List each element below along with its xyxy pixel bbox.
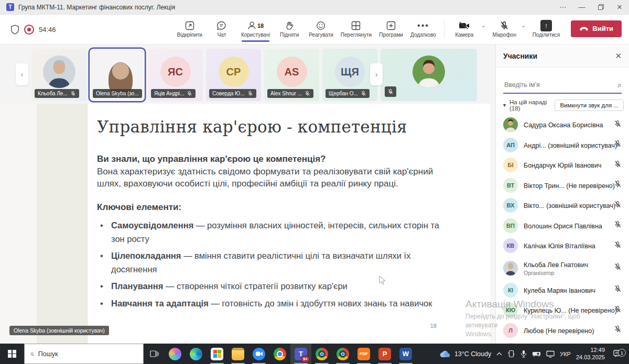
video-tile[interactable] [381, 49, 477, 101]
taskbar-app-word[interactable]: W [395, 344, 416, 364]
taskbar-search[interactable]: ⌕ Пошук [24, 344, 144, 364]
participant-row[interactable]: ЛЛюбов (Не перевірено) [496, 321, 629, 341]
tray-expand-icon[interactable] [496, 352, 502, 356]
participant-muted-icon[interactable] [614, 120, 622, 130]
window-close-icon[interactable]: ✕ [610, 0, 629, 14]
taskbar-app-chromeo[interactable]: O [332, 344, 353, 364]
taskbar-app-teams[interactable]: T9+ [290, 344, 311, 364]
video-tile[interactable]: ЯСЯців Андрі... [148, 49, 203, 101]
teams-logo-icon: T [6, 3, 14, 11]
mic-off-icon [614, 180, 622, 188]
tray-display-icon[interactable] [546, 350, 555, 358]
raise-hand-button[interactable]: Підняти [274, 17, 305, 42]
clock-date: 24.03.2025 [576, 354, 605, 361]
shield-icon [10, 25, 19, 35]
notification-center-icon[interactable]: 1 [610, 350, 625, 358]
unpin-button[interactable]: Відкріпити [173, 17, 206, 42]
raise-hand-icon [285, 20, 294, 31]
tile-name: Щербан О... [329, 91, 358, 96]
taskbar-clock[interactable]: 12:49 24.03.2025 [576, 347, 605, 361]
phone-link-icon[interactable] [507, 350, 515, 358]
participant-row[interactable]: КЮКурилець Ю... (Не перевірено) [496, 300, 629, 321]
video-tile[interactable]: Кльоба Ле... [31, 49, 86, 101]
participant-row[interactable]: ВТВіктор Трин... (Не перевірено) [496, 175, 629, 196]
group-collapse-icon[interactable]: ▼ [502, 103, 507, 108]
taskbar-app-chrome[interactable] [269, 344, 290, 364]
participants-button[interactable]: 18 Користувачі [237, 17, 274, 42]
taskbar-app-zoom[interactable] [248, 344, 269, 364]
participant-name: Кулеба Марян Іванович [524, 287, 595, 294]
participant-search[interactable]: ⌕ [503, 77, 622, 94]
scroll-left-icon[interactable]: ‹ [16, 63, 28, 85]
taskbar-app-powerpoint[interactable]: P [374, 344, 395, 364]
slide-bullet-list: Самоусвідомлення — розуміння власних цін… [97, 219, 443, 310]
panel-close-icon[interactable]: ✕ [615, 51, 622, 61]
participant-row[interactable]: Садура Оксана Борисівна [496, 115, 629, 135]
mute-all-button[interactable]: Вимкнути звук для ... [555, 100, 624, 111]
participant-row[interactable]: ВХВікто... (зовнішній користувач) [496, 195, 629, 216]
taskbar-app-edge[interactable] [186, 344, 207, 364]
mic-chevron-icon[interactable]: ⌄ [521, 23, 525, 28]
participant-name: Курилець Ю... (Не перевірено) [524, 307, 617, 314]
zoom-icon [253, 348, 265, 360]
window-more-icon[interactable]: ⋯ [554, 0, 572, 14]
leave-button[interactable]: Вийти [571, 20, 622, 37]
mic-off-icon [614, 160, 622, 168]
unpin-icon [185, 20, 194, 31]
taskbar-app-chromeo[interactable]: O [311, 344, 332, 364]
tray-mic-icon[interactable] [520, 350, 527, 358]
profile-photo [43, 56, 75, 88]
participant-muted-icon[interactable] [614, 201, 622, 211]
react-button[interactable]: Реагувати [305, 17, 337, 42]
language-indicator[interactable]: УКР [560, 351, 571, 357]
meeting-timer: 54:46 [39, 26, 56, 34]
file-explorer-icon [232, 348, 244, 360]
participant-row[interactable]: Кльоба Лев ГнатовичОрганізатор [496, 256, 629, 280]
mic-off-icon [614, 263, 622, 271]
participant-row[interactable]: ВПВолошин Орися Павлівна [496, 216, 629, 236]
participant-row[interactable]: БІБондарчук Юрій Іванович [496, 155, 629, 175]
participant-row[interactable]: КІКулеба Марян Іванович [496, 280, 629, 301]
taskbar-app-explorer[interactable] [227, 344, 248, 364]
tile-name-chip: Alex Shnur ... [267, 89, 313, 98]
participant-muted-icon[interactable] [614, 241, 622, 251]
participant-row[interactable]: КВКалічак Юлія Віталіївна [496, 236, 629, 256]
scroll-right-icon[interactable]: › [370, 63, 383, 85]
avatar [413, 56, 445, 88]
video-tile[interactable]: ASAlex Shnur ... [264, 49, 319, 101]
video-tile[interactable]: СРСоверда Ю... [206, 49, 261, 101]
window-restore-icon[interactable] [591, 0, 610, 14]
participant-muted-icon[interactable] [614, 220, 622, 230]
taskbar-app-store[interactable] [207, 344, 227, 364]
camera-button[interactable]: Камера [449, 17, 480, 42]
taskbar-weather[interactable]: 13°C Cloudy [440, 350, 491, 358]
apps-button[interactable]: Програми [375, 17, 407, 42]
hangup-icon [579, 26, 589, 31]
participant-muted-icon[interactable] [614, 180, 622, 190]
participant-search-input[interactable] [503, 81, 617, 89]
tray-projector-icon[interactable] [532, 350, 541, 357]
mic-off-icon [70, 91, 76, 96]
video-tile[interactable]: ЩЯЩербан О... [322, 49, 377, 101]
avatar-initials: КЮ [503, 303, 518, 317]
task-view-icon[interactable] [144, 344, 165, 364]
camera-chevron-icon[interactable]: ⌄ [481, 23, 485, 28]
window-minimize-icon[interactable]: — [572, 0, 591, 14]
chat-button[interactable]: Чат [206, 17, 237, 42]
more-button[interactable]: ••• Додатково [407, 17, 440, 42]
taskbar-app-copilot[interactable] [165, 344, 186, 364]
participant-muted-icon[interactable] [614, 305, 622, 315]
share-button[interactable]: ↑ Поділитися [529, 17, 564, 42]
participant-muted-icon[interactable] [614, 285, 622, 295]
participant-row[interactable]: АПАндрі... (зовнішній користувач) [496, 135, 629, 156]
view-button[interactable]: Переглянути [337, 17, 375, 42]
taskbar-app-foxit[interactable]: PDF [353, 344, 374, 364]
mic-button[interactable]: Мікрофон [489, 17, 520, 42]
participant-muted-icon[interactable] [614, 325, 622, 335]
participant-muted-icon[interactable] [614, 160, 622, 170]
participant-muted-icon[interactable] [614, 140, 622, 150]
mic-off-icon [187, 91, 192, 96]
start-button[interactable] [0, 344, 24, 364]
participant-muted-icon[interactable] [614, 263, 622, 273]
video-tile[interactable]: Olena Skyba (зо... [90, 49, 145, 101]
